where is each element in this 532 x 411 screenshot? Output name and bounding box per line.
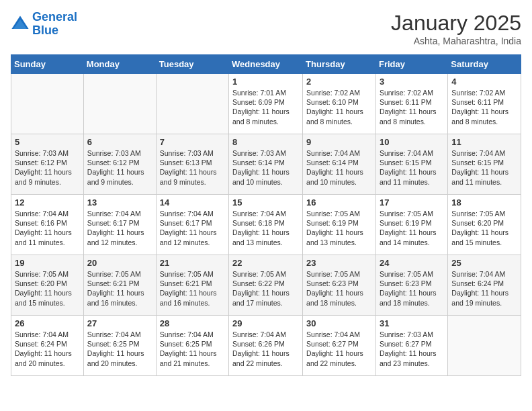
calendar-day-cell: [448, 316, 521, 376]
day-number: 11: [451, 137, 517, 147]
calendar-week-row: 5Sunrise: 7:03 AM Sunset: 6:12 PM Daylig…: [11, 134, 521, 195]
day-number: 13: [87, 197, 152, 208]
day-info: Sunrise: 7:04 AM Sunset: 6:15 PM Dayligh…: [380, 148, 444, 187]
calendar-day-cell: 17Sunrise: 7:05 AM Sunset: 6:19 PM Dayli…: [375, 195, 447, 255]
day-number: 19: [15, 258, 80, 268]
calendar-day-cell: 6Sunrise: 7:03 AM Sunset: 6:12 PM Daylig…: [83, 134, 156, 195]
calendar-day-cell: 26Sunrise: 7:04 AM Sunset: 6:24 PM Dayli…: [11, 316, 84, 376]
calendar-week-row: 26Sunrise: 7:04 AM Sunset: 6:24 PM Dayli…: [11, 316, 521, 376]
day-number: 3: [380, 77, 444, 87]
weekday-header: Sunday: [11, 55, 84, 74]
weekday-header: Tuesday: [156, 55, 228, 74]
calendar-week-row: 1Sunrise: 7:01 AM Sunset: 6:09 PM Daylig…: [11, 74, 521, 134]
day-number: 15: [232, 197, 299, 208]
day-info: Sunrise: 7:05 AM Sunset: 6:23 PM Dayligh…: [380, 269, 444, 308]
logo-icon: [11, 15, 30, 34]
calendar-day-cell: 15Sunrise: 7:04 AM Sunset: 6:18 PM Dayli…: [229, 195, 303, 255]
day-info: Sunrise: 7:05 AM Sunset: 6:23 PM Dayligh…: [306, 269, 372, 308]
day-number: 21: [160, 258, 225, 268]
calendar-day-cell: 10Sunrise: 7:04 AM Sunset: 6:15 PM Dayli…: [375, 134, 447, 195]
calendar-day-cell: 29Sunrise: 7:04 AM Sunset: 6:26 PM Dayli…: [229, 316, 303, 376]
day-info: Sunrise: 7:01 AM Sunset: 6:09 PM Dayligh…: [232, 88, 299, 126]
day-info: Sunrise: 7:05 AM Sunset: 6:22 PM Dayligh…: [232, 269, 299, 308]
calendar-day-cell: 1Sunrise: 7:01 AM Sunset: 6:09 PM Daylig…: [229, 74, 303, 134]
day-info: Sunrise: 7:02 AM Sunset: 6:11 PM Dayligh…: [451, 88, 517, 126]
weekday-header: Wednesday: [229, 55, 303, 74]
day-info: Sunrise: 7:04 AM Sunset: 6:25 PM Dayligh…: [160, 330, 225, 368]
title-block: January 2025 Ashta, Maharashtra, India: [391, 11, 521, 46]
weekday-header: Thursday: [303, 55, 376, 74]
calendar-day-cell: 7Sunrise: 7:03 AM Sunset: 6:13 PM Daylig…: [156, 134, 228, 195]
calendar-body: 1Sunrise: 7:01 AM Sunset: 6:09 PM Daylig…: [11, 74, 521, 376]
day-number: 2: [306, 77, 372, 87]
calendar-day-cell: 25Sunrise: 7:04 AM Sunset: 6:24 PM Dayli…: [448, 255, 521, 316]
calendar-day-cell: 27Sunrise: 7:04 AM Sunset: 6:25 PM Dayli…: [83, 316, 156, 376]
day-info: Sunrise: 7:04 AM Sunset: 6:16 PM Dayligh…: [15, 209, 80, 247]
day-number: 31: [380, 318, 444, 328]
day-number: 20: [87, 258, 152, 268]
day-info: Sunrise: 7:04 AM Sunset: 6:17 PM Dayligh…: [160, 209, 225, 247]
logo: General Blue: [11, 11, 77, 38]
calendar-week-row: 12Sunrise: 7:04 AM Sunset: 6:16 PM Dayli…: [11, 195, 521, 255]
day-number: 7: [160, 137, 225, 147]
calendar-day-cell: 22Sunrise: 7:05 AM Sunset: 6:22 PM Dayli…: [229, 255, 303, 316]
day-info: Sunrise: 7:05 AM Sunset: 6:19 PM Dayligh…: [306, 209, 372, 247]
day-info: Sunrise: 7:04 AM Sunset: 6:24 PM Dayligh…: [451, 269, 517, 308]
calendar-day-cell: 21Sunrise: 7:05 AM Sunset: 6:21 PM Dayli…: [156, 255, 228, 316]
day-info: Sunrise: 7:05 AM Sunset: 6:20 PM Dayligh…: [451, 209, 517, 247]
day-info: Sunrise: 7:04 AM Sunset: 6:27 PM Dayligh…: [306, 330, 372, 368]
day-number: 16: [306, 197, 372, 208]
day-number: 12: [15, 197, 80, 208]
calendar-table: SundayMondayTuesdayWednesdayThursdayFrid…: [11, 54, 521, 376]
day-number: 18: [451, 197, 517, 208]
calendar-day-cell: 30Sunrise: 7:04 AM Sunset: 6:27 PM Dayli…: [303, 316, 376, 376]
day-info: Sunrise: 7:04 AM Sunset: 6:26 PM Dayligh…: [232, 330, 299, 368]
calendar-day-cell: 12Sunrise: 7:04 AM Sunset: 6:16 PM Dayli…: [11, 195, 84, 255]
day-number: 27: [87, 318, 152, 328]
day-info: Sunrise: 7:03 AM Sunset: 6:12 PM Dayligh…: [15, 148, 80, 187]
day-number: 8: [232, 137, 299, 147]
day-number: 5: [15, 137, 80, 147]
day-info: Sunrise: 7:03 AM Sunset: 6:12 PM Dayligh…: [87, 148, 152, 187]
day-number: 6: [87, 137, 152, 147]
calendar-day-cell: 23Sunrise: 7:05 AM Sunset: 6:23 PM Dayli…: [303, 255, 376, 316]
calendar-day-cell: [156, 74, 228, 134]
calendar-day-cell: 20Sunrise: 7:05 AM Sunset: 6:21 PM Dayli…: [83, 255, 156, 316]
day-number: 1: [232, 77, 299, 87]
day-info: Sunrise: 7:05 AM Sunset: 6:20 PM Dayligh…: [15, 269, 80, 308]
day-number: 22: [232, 258, 299, 268]
day-info: Sunrise: 7:05 AM Sunset: 6:21 PM Dayligh…: [160, 269, 225, 308]
day-number: 10: [380, 137, 444, 147]
day-info: Sunrise: 7:04 AM Sunset: 6:15 PM Dayligh…: [451, 148, 517, 187]
day-number: 25: [451, 258, 517, 268]
location-subtitle: Ashta, Maharashtra, India: [391, 36, 521, 46]
month-title: January 2025: [391, 11, 521, 36]
calendar-day-cell: 13Sunrise: 7:04 AM Sunset: 6:17 PM Dayli…: [83, 195, 156, 255]
calendar-day-cell: 16Sunrise: 7:05 AM Sunset: 6:19 PM Dayli…: [303, 195, 376, 255]
page-header: General Blue January 2025 Ashta, Maharas…: [11, 11, 521, 46]
calendar-day-cell: 4Sunrise: 7:02 AM Sunset: 6:11 PM Daylig…: [448, 74, 521, 134]
day-number: 14: [160, 197, 225, 208]
logo-text: General Blue: [32, 11, 77, 38]
day-number: 29: [232, 318, 299, 328]
day-number: 24: [380, 258, 444, 268]
day-number: 28: [160, 318, 225, 328]
calendar-day-cell: 9Sunrise: 7:04 AM Sunset: 6:14 PM Daylig…: [303, 134, 376, 195]
calendar-day-cell: 24Sunrise: 7:05 AM Sunset: 6:23 PM Dayli…: [375, 255, 447, 316]
calendar-day-cell: 5Sunrise: 7:03 AM Sunset: 6:12 PM Daylig…: [11, 134, 84, 195]
calendar-day-cell: [11, 74, 84, 134]
day-number: 30: [306, 318, 372, 328]
day-info: Sunrise: 7:02 AM Sunset: 6:10 PM Dayligh…: [306, 88, 372, 126]
weekday-header: Friday: [375, 55, 447, 74]
calendar-day-cell: 11Sunrise: 7:04 AM Sunset: 6:15 PM Dayli…: [448, 134, 521, 195]
calendar-header: SundayMondayTuesdayWednesdayThursdayFrid…: [11, 55, 521, 74]
calendar-day-cell: 18Sunrise: 7:05 AM Sunset: 6:20 PM Dayli…: [448, 195, 521, 255]
day-info: Sunrise: 7:04 AM Sunset: 6:18 PM Dayligh…: [232, 209, 299, 247]
weekday-header: Monday: [83, 55, 156, 74]
day-number: 17: [380, 197, 444, 208]
day-info: Sunrise: 7:04 AM Sunset: 6:14 PM Dayligh…: [306, 148, 372, 187]
calendar-day-cell: 3Sunrise: 7:02 AM Sunset: 6:11 PM Daylig…: [375, 74, 447, 134]
calendar-week-row: 19Sunrise: 7:05 AM Sunset: 6:20 PM Dayli…: [11, 255, 521, 316]
calendar-day-cell: 2Sunrise: 7:02 AM Sunset: 6:10 PM Daylig…: [303, 74, 376, 134]
calendar-day-cell: 14Sunrise: 7:04 AM Sunset: 6:17 PM Dayli…: [156, 195, 228, 255]
